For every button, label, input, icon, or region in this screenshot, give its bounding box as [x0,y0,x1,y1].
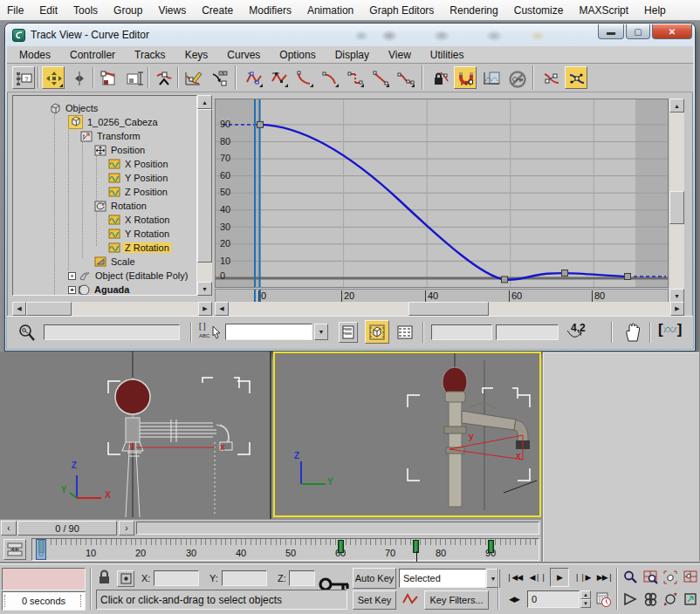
scroll-left-icon[interactable]: ◀ [215,302,229,316]
current-frame-field[interactable]: 0 [527,590,580,608]
x-coord-field[interactable] [154,570,199,586]
set-tangents-step-button-icon[interactable] [343,66,366,89]
minimize-button[interactable]: ▬ [598,24,624,39]
go-to-end-button[interactable]: ▶▶❘ [594,568,615,587]
scroll-up-icon[interactable]: ▲ [669,99,684,113]
time-tag-display[interactable]: 0 seconds [2,591,86,611]
menu-customize[interactable]: Customize [514,4,564,17]
time-slider-line[interactable] [254,290,256,302]
snap-frames-button-icon[interactable] [454,66,477,89]
selection-lock-icon[interactable] [98,570,111,587]
menu-modifiers[interactable]: Modifiers [249,4,292,17]
default-tangent-icon[interactable] [401,592,419,608]
z-coord-field[interactable] [289,570,315,586]
move-keys-button-icon[interactable] [42,66,65,89]
open-mini-curve-editor-icon[interactable] [3,539,26,560]
set-tangents-slow-button-icon[interactable] [318,66,340,89]
previous-frame-button[interactable]: ◀❘❘ [527,568,548,587]
previous-frame-button[interactable]: ‹ [1,521,17,536]
menu-graph-editors[interactable]: Graph Editors [369,4,434,17]
tv-menu-view[interactable]: View [388,49,411,61]
expand-plus-icon[interactable]: + [68,272,76,280]
time-slider-handle[interactable]: 0 / 90 [17,521,117,536]
tree-item-scale[interactable]: Scale [94,255,137,269]
scroll-up-icon[interactable]: ▲ [197,95,212,109]
next-frame-button[interactable]: › [119,521,134,536]
set-tangents-auto-button-icon[interactable] [242,66,264,89]
viewport-left-active[interactable]: Z Y y x [273,351,541,517]
scale-values-button-icon[interactable] [122,66,145,89]
scroll-right-icon[interactable]: ▶ [670,302,684,316]
auto-key-button[interactable]: Auto Key [353,568,396,589]
zoom-icon[interactable] [621,568,640,587]
viewport-front[interactable]: Z Y X y x [0,351,271,519]
tree-item-aguada[interactable]: + Aguada [68,283,131,296]
track-set-field[interactable] [44,324,180,340]
select-by-name-icon[interactable]: [ ]ABC [199,322,209,339]
tree-item-position[interactable]: Position [94,143,147,157]
zoom-extents-icon[interactable] [661,568,680,587]
tree-scrollbar-vertical[interactable]: ▲ ▼ [197,95,212,296]
select-track-dropdown[interactable] [225,324,312,340]
time-slider-line[interactable] [259,290,261,302]
spinner-up-icon[interactable]: ▲ [580,590,591,599]
set-tangents-custom-button-icon[interactable] [267,66,290,89]
menu-file[interactable]: File [7,4,24,17]
parameter-out-of-range-button-icon[interactable] [479,66,502,89]
tree-item-transform[interactable]: t Transform [80,129,142,143]
graph-scrollbar-horizontal[interactable]: ◀ ▶ [215,302,684,316]
tree-item-cabeza[interactable]: 1_0256_Cabeza [68,115,160,129]
set-tangents-linear-button-icon[interactable] [368,66,391,89]
slide-keys-button-icon[interactable] [67,66,90,89]
tv-menu-curves[interactable]: Curves [227,49,260,61]
scroll-thumb[interactable] [669,191,684,224]
tv-menu-options[interactable]: Options [279,49,315,61]
show-all-tangents-button-icon[interactable] [539,66,562,89]
reduce-keys-button-icon[interactable] [207,66,230,89]
tree-item-x-position[interactable]: X Position [108,157,170,171]
tv-menu-tracks[interactable]: Tracks [134,49,166,61]
scroll-down-icon[interactable]: ▼ [197,282,212,296]
scroll-right-icon[interactable]: ▶ [198,302,212,316]
tv-menu-controller[interactable]: Controller [70,49,115,61]
set-key-button[interactable]: Set Key [353,590,396,610]
expand-plus-icon[interactable]: + [68,286,76,294]
track-bar-frame-indicator[interactable] [36,539,46,560]
menu-maxscript[interactable]: MAXScript [579,4,628,17]
next-frame-button[interactable]: ❘❘▶ [572,568,593,587]
maximize-viewport-toggle-icon[interactable] [681,590,700,609]
play-button[interactable]: ▶ [550,568,569,587]
tv-menu-keys[interactable]: Keys [185,49,209,61]
set-tangents-fast-button-icon[interactable] [292,66,315,89]
menu-rendering[interactable]: Rendering [450,4,498,17]
zoom-extents-all-icon[interactable] [681,568,700,587]
pan-hand-icon[interactable] [641,590,660,609]
maxscript-mini-listener[interactable] [2,568,86,590]
menu-animation[interactable]: Animation [307,4,353,17]
filter-selected-objects-toggle-icon[interactable] [365,320,389,344]
curve-graph-area[interactable]: 90 80 70 60 50 40 30 20 10 0 [215,99,669,288]
edit-track-set-icon[interactable] [339,322,358,343]
tree-item-z-position[interactable]: Z Position [108,185,169,199]
scale-keys-button-icon[interactable] [97,66,120,89]
menu-create[interactable]: Create [202,4,233,17]
key-time-field[interactable] [431,324,492,340]
filter-animated-tracks-toggle-icon[interactable] [395,322,415,343]
frame-spinner[interactable]: ▲ ▼ [580,590,591,608]
go-to-start-button[interactable]: ❘◀◀ [504,568,525,587]
draw-curves-button-icon[interactable] [182,66,204,89]
tv-menu-display[interactable]: Display [335,49,369,61]
filters-button-icon[interactable]: ? [12,66,35,89]
key-filters-button[interactable]: Key Filters... [424,590,489,610]
y-coord-field[interactable] [222,570,267,586]
tree-item-y-rotation[interactable]: Y Rotation [108,227,171,241]
zoom-value-extents-icon[interactable]: [] [658,321,682,338]
tv-menu-utilities[interactable]: Utilities [430,49,464,61]
tree-scrollbar-horizontal[interactable]: ◀ ▶ [12,302,212,316]
tree-item-z-rotation[interactable]: Z Rotation [108,241,171,255]
key-value-field[interactable] [496,324,559,340]
scroll-thumb[interactable] [408,302,489,316]
zoom-all-icon[interactable] [641,568,660,587]
close-button[interactable]: ✕ [652,24,692,39]
scroll-thumb[interactable] [197,109,212,263]
